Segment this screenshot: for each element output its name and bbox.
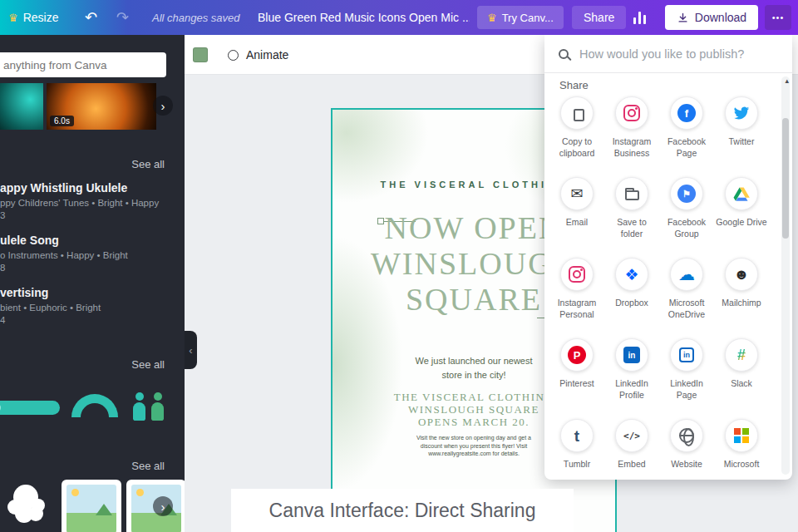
share-button[interactable]: Share [572, 6, 626, 29]
share-option-label: LinkedIn Profile [605, 377, 658, 401]
graphic-pill[interactable] [0, 401, 60, 415]
share-option-label: Slack [715, 377, 768, 389]
animate-label: Animate [246, 48, 288, 62]
share-option-embed[interactable]: </>Embed [604, 419, 659, 480]
share-option-label: Tumblr [550, 458, 603, 470]
facebook-icon: f [670, 96, 703, 130]
share-option-microsoft[interactable]: Microsoft [714, 419, 769, 480]
autosave-status: All changes saved [152, 0, 240, 35]
sidebar-search[interactable] [0, 52, 166, 77]
more-options-button[interactable]: ••• [765, 5, 791, 30]
track-duration: 3 [0, 210, 180, 220]
thumbnail-video-teal[interactable] [0, 83, 43, 130]
share-option-linkedin-page[interactable]: inLinkedIn Page [659, 338, 714, 419]
document-title[interactable]: Blue Green Red Music Icons Open Mic ... [258, 0, 470, 35]
scrollbar-thumb[interactable] [782, 118, 789, 239]
see-all-link[interactable]: See all [131, 158, 165, 170]
scroll-up-icon[interactable]: ▴ [785, 76, 789, 85]
undo-button[interactable]: ↶ [85, 0, 97, 35]
publish-search-input[interactable] [579, 47, 771, 61]
share-option-save-to-folder[interactable]: Save to folder [604, 177, 659, 258]
carousel-next-button[interactable]: › [153, 96, 173, 116]
share-option-tumblr[interactable]: tTumblr [549, 419, 604, 480]
website-icon [670, 419, 703, 452]
share-option-twitter[interactable]: Twitter [714, 96, 769, 177]
redo-button[interactable]: ↷ [116, 0, 129, 35]
photo-thumbnail-row: › [0, 478, 185, 532]
animate-button[interactable]: Animate [228, 35, 288, 75]
publish-search[interactable] [544, 35, 792, 73]
thumbnail-video-orange[interactable]: 6.0s [47, 83, 156, 130]
audio-track[interactable]: appy Whistling Ukuleleppy Childrens' Tun… [0, 181, 180, 220]
resize-button[interactable]: ♛ Resize [8, 0, 58, 35]
resize-label: Resize [23, 11, 59, 24]
share-option-email[interactable]: ✉Email [549, 177, 604, 258]
track-title: vertising [0, 286, 180, 299]
person-icon [133, 392, 145, 421]
person-icon [151, 392, 164, 421]
share-option-copy-to-clipboard[interactable]: Copy to clipboard [549, 96, 604, 177]
onedrive-icon: ☁ [670, 258, 703, 291]
twitter-icon [725, 96, 758, 130]
see-all-link[interactable]: See all [131, 460, 165, 472]
carousel-next-button[interactable]: › [153, 496, 173, 516]
audio-track-list: appy Whistling Ukuleleppy Childrens' Tun… [0, 181, 180, 338]
share-option-pinterest[interactable]: PPinterest [549, 338, 604, 419]
share-option-label: Microsoft [715, 458, 768, 470]
embed-icon: </> [615, 419, 648, 452]
share-option-mailchimp[interactable]: ☻Mailchimp [714, 258, 769, 338]
sidebar-search-input[interactable] [3, 59, 153, 71]
google-drive-icon [725, 177, 758, 210]
color-swatch[interactable] [193, 47, 208, 62]
download-icon [677, 12, 689, 24]
share-option-label: Embed [605, 458, 658, 470]
share-option-label: Website [660, 458, 713, 470]
share-dropdown-panel: Share Copy to clipboardInstagram Busines… [544, 35, 792, 480]
share-option-instagram-business[interactable]: Instagram Business [604, 96, 659, 177]
folder-icon [615, 177, 648, 210]
share-option-label: Microsoft OneDrive [660, 297, 713, 320]
share-option-facebook-page[interactable]: fFacebook Page [659, 96, 714, 177]
share-option-label: Dropbox [605, 297, 658, 308]
see-all-link[interactable]: See all [131, 358, 165, 371]
animate-icon [228, 50, 239, 61]
asset-sidebar: 6.0s › See all appy Whistling Ukuleleppy… [0, 35, 185, 532]
share-option-label: Facebook Page [660, 135, 713, 159]
search-icon [559, 49, 569, 59]
track-duration: 8 [0, 263, 180, 273]
share-option-microsoft-onedrive[interactable]: ☁Microsoft OneDrive [659, 258, 714, 338]
thumbnail-landscape[interactable] [62, 480, 121, 532]
audio-track[interactable]: ulele Songo Instruments • Happy • Bright… [0, 234, 180, 273]
share-option-instagram-personal[interactable]: Instagram Personal [549, 258, 604, 338]
share-option-facebook-group[interactable]: ⚑Facebook Group [659, 177, 714, 258]
insights-button[interactable] [628, 6, 653, 29]
video-duration-badge: 6.0s [50, 116, 74, 126]
share-option-linkedin-profile[interactable]: inLinkedIn Profile [604, 338, 659, 419]
graphic-arc[interactable] [71, 394, 118, 417]
download-button[interactable]: Download [665, 5, 758, 30]
share-option-label: Pinterest [550, 377, 603, 389]
mailchimp-icon: ☻ [725, 258, 758, 291]
graphic-people[interactable] [133, 392, 164, 421]
chevron-right-icon: › [161, 99, 165, 113]
linkedin-page-icon: in [670, 338, 703, 372]
share-option-label: Twitter [715, 135, 768, 147]
undo-icon: ↶ [85, 8, 97, 27]
try-canva-pro-button[interactable]: ♛ Try Canv... [477, 6, 564, 29]
pinterest-icon: P [560, 338, 594, 372]
share-option-slack[interactable]: #Slack [714, 338, 769, 419]
share-option-website[interactable]: Website [659, 419, 714, 480]
share-option-label: Instagram Personal [550, 297, 603, 320]
try-canva-label: Try Canv... [502, 12, 554, 24]
copy-icon [560, 96, 594, 130]
share-option-google-drive[interactable]: Google Drive [714, 177, 769, 258]
email-icon: ✉ [560, 177, 594, 210]
share-option-dropbox[interactable]: ❖Dropbox [604, 258, 659, 338]
sidebar-collapse-button[interactable]: ‹ [185, 331, 197, 369]
facebook-group-icon: ⚑ [670, 177, 703, 210]
audio-track[interactable]: vertisingbient • Euphoric • Bright4 [0, 286, 180, 325]
track-meta: bient • Euphoric • Bright [0, 303, 180, 313]
share-option-label: Mailchimp [715, 297, 768, 308]
thumbnail-cloud-shape[interactable] [2, 481, 52, 530]
instagram-icon [560, 258, 594, 291]
